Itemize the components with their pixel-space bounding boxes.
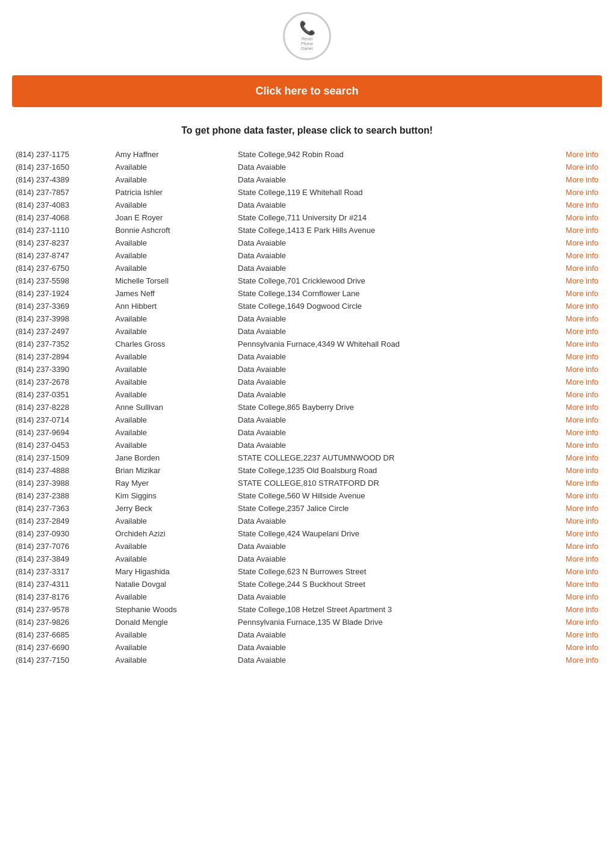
more-info-link[interactable]: More info — [566, 200, 598, 209]
more-info-cell[interactable]: More info — [541, 451, 602, 464]
more-info-cell[interactable]: More info — [541, 477, 602, 489]
phone-number: (814) 237-0930 — [12, 527, 111, 540]
address: Data Avaiable — [234, 515, 541, 527]
more-info-cell[interactable]: More info — [541, 287, 602, 300]
more-info-link[interactable]: More info — [566, 175, 598, 184]
more-info-link[interactable]: More info — [566, 339, 598, 349]
more-info-cell[interactable]: More info — [541, 603, 602, 616]
more-info-cell[interactable]: More info — [541, 489, 602, 502]
more-info-link[interactable]: More info — [566, 276, 598, 285]
phone-number: (814) 237-1110 — [12, 224, 111, 237]
more-info-cell[interactable]: More info — [541, 628, 602, 641]
more-info-cell[interactable]: More info — [541, 426, 602, 439]
more-info-cell[interactable]: More info — [541, 502, 602, 515]
more-info-link[interactable]: More info — [566, 403, 598, 412]
owner-name: Anne Sullivan — [111, 401, 234, 414]
more-info-cell[interactable]: More info — [541, 565, 602, 578]
more-info-cell[interactable]: More info — [541, 464, 602, 477]
more-info-cell[interactable]: More info — [541, 325, 602, 338]
phone-number: (814) 237-7076 — [12, 540, 111, 553]
table-row: (814) 237-3988Ray MyerSTATE COLLEGE,810 … — [12, 477, 602, 489]
more-info-cell[interactable]: More info — [541, 654, 602, 666]
more-info-link[interactable]: More info — [566, 352, 598, 361]
table-row: (814) 237-4083AvailableData AvaiableMore… — [12, 199, 602, 211]
phone-number: (814) 237-6750 — [12, 262, 111, 274]
more-info-link[interactable]: More info — [566, 516, 598, 525]
more-info-link[interactable]: More info — [566, 479, 598, 488]
more-info-cell[interactable]: More info — [541, 578, 602, 591]
address: State College,244 S Buckhout Street — [234, 578, 541, 591]
more-info-link[interactable]: More info — [566, 592, 598, 601]
more-info-cell[interactable]: More info — [541, 388, 602, 401]
more-info-link[interactable]: More info — [566, 542, 598, 551]
phone-number: (814) 237-9694 — [12, 426, 111, 439]
more-info-link[interactable]: More info — [566, 251, 598, 260]
more-info-cell[interactable]: More info — [541, 274, 602, 287]
more-info-cell[interactable]: More info — [541, 224, 602, 237]
more-info-cell[interactable]: More info — [541, 439, 602, 451]
more-info-link[interactable]: More info — [566, 567, 598, 576]
more-info-link[interactable]: More info — [566, 289, 598, 298]
more-info-cell[interactable]: More info — [541, 363, 602, 376]
more-info-link[interactable]: More info — [566, 656, 598, 665]
more-info-cell[interactable]: More info — [541, 211, 602, 224]
more-info-cell[interactable]: More info — [541, 616, 602, 628]
more-info-cell[interactable]: More info — [541, 414, 602, 426]
more-info-cell[interactable]: More info — [541, 515, 602, 527]
more-info-cell[interactable]: More info — [541, 173, 602, 186]
more-info-cell[interactable]: More info — [541, 300, 602, 312]
more-info-cell[interactable]: More info — [541, 199, 602, 211]
search-banner[interactable]: Click here to search — [12, 75, 602, 107]
more-info-cell[interactable]: More info — [541, 237, 602, 249]
more-info-cell[interactable]: More info — [541, 312, 602, 325]
address: State College,108 Hetzel Street Apartmen… — [234, 603, 541, 616]
more-info-cell[interactable]: More info — [541, 186, 602, 199]
more-info-cell[interactable]: More info — [541, 540, 602, 553]
more-info-link[interactable]: More info — [566, 554, 598, 563]
more-info-link[interactable]: More info — [566, 377, 598, 386]
more-info-link[interactable]: More info — [566, 491, 598, 500]
more-info-link[interactable]: More info — [566, 630, 598, 639]
more-info-link[interactable]: More info — [566, 453, 598, 462]
more-info-link[interactable]: More info — [566, 580, 598, 589]
more-info-link[interactable]: More info — [566, 302, 598, 311]
more-info-link[interactable]: More info — [566, 163, 598, 172]
more-info-cell[interactable]: More info — [541, 527, 602, 540]
more-info-link[interactable]: More info — [566, 150, 598, 159]
more-info-link[interactable]: More info — [566, 314, 598, 323]
more-info-cell[interactable]: More info — [541, 161, 602, 173]
more-info-cell[interactable]: More info — [541, 350, 602, 363]
more-info-cell[interactable]: More info — [541, 338, 602, 350]
more-info-link[interactable]: More info — [566, 188, 598, 197]
more-info-link[interactable]: More info — [566, 327, 598, 336]
more-info-link[interactable]: More info — [566, 504, 598, 513]
more-info-link[interactable]: More info — [566, 529, 598, 538]
more-info-link[interactable]: More info — [566, 264, 598, 273]
more-info-cell[interactable]: More info — [541, 641, 602, 654]
address: Data Avaiable — [234, 439, 541, 451]
search-link[interactable]: Click here to search — [255, 85, 358, 97]
more-info-cell[interactable]: More info — [541, 553, 602, 565]
more-info-link[interactable]: More info — [566, 643, 598, 652]
more-info-link[interactable]: More info — [566, 428, 598, 437]
more-info-link[interactable]: More info — [566, 226, 598, 235]
more-info-link[interactable]: More info — [566, 365, 598, 374]
more-info-link[interactable]: More info — [566, 238, 598, 247]
more-info-cell[interactable]: More info — [541, 401, 602, 414]
address: Data Avaiable — [234, 553, 541, 565]
owner-name: Available — [111, 628, 234, 641]
more-info-link[interactable]: More info — [566, 390, 598, 399]
more-info-cell[interactable]: More info — [541, 376, 602, 388]
more-info-cell[interactable]: More info — [541, 591, 602, 603]
more-info-link[interactable]: More info — [566, 618, 598, 627]
more-info-cell[interactable]: More info — [541, 262, 602, 274]
more-info-link[interactable]: More info — [566, 213, 598, 222]
more-info-link[interactable]: More info — [566, 415, 598, 424]
owner-name: Available — [111, 173, 234, 186]
more-info-cell[interactable]: More info — [541, 148, 602, 161]
more-info-link[interactable]: More info — [566, 441, 598, 450]
table-row: (814) 237-8176AvailableData AvaiableMore… — [12, 591, 602, 603]
more-info-cell[interactable]: More info — [541, 249, 602, 262]
more-info-link[interactable]: More info — [566, 605, 598, 614]
more-info-link[interactable]: More info — [566, 466, 598, 475]
